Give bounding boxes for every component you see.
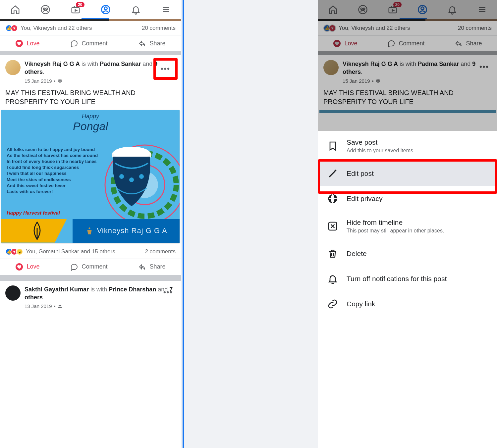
share-button[interactable]: Share (138, 39, 165, 47)
reaction-text-2: You, Gomathi Sankar and 15 others (26, 248, 115, 255)
action-bar-2: Love Comment Share (0, 259, 181, 275)
share-label: Share (149, 263, 165, 270)
is-with: is with (90, 286, 107, 293)
reaction-text: You, Vikneysh and 22 others (21, 25, 92, 31)
sheet-delete[interactable]: Delete (318, 241, 497, 266)
share-label: Share (149, 40, 165, 47)
author-name: Sakthi Gayathri Kumar (25, 286, 89, 293)
post-meta: 15 Jan 2019 • (25, 78, 176, 84)
comment-label: Comment (82, 263, 107, 270)
post-header-3: Sakthi Gayathri Kumar is with Prince Dha… (0, 281, 181, 312)
tab-friends[interactable] (40, 5, 50, 15)
svg-point-14 (119, 174, 124, 179)
bottom-sheet: Save postAdd this to your saved items. E… (318, 131, 497, 448)
sheet-hide-timeline[interactable]: Hide from timelineThis post may still ap… (318, 211, 497, 241)
comment-button[interactable]: Comment (70, 263, 107, 271)
reaction-icons: 👍 ♥ (5, 25, 18, 32)
meta-dot: • (54, 303, 56, 309)
pongal-main: Pongal (73, 120, 108, 132)
sheet-turn-off-notifications[interactable]: Turn off notifications for this post (318, 266, 497, 291)
bell-icon (327, 274, 338, 284)
tab-profile[interactable] (101, 5, 111, 15)
is-with: is with (82, 61, 98, 67)
post-menu-button[interactable]: ••• (153, 58, 178, 80)
sheet-item-title: Edit post (347, 170, 374, 177)
avatar[interactable] (5, 60, 21, 75)
top-tab-bar: 20 (0, 0, 181, 19)
pot-art (103, 143, 160, 210)
love-button[interactable]: Love (15, 263, 39, 271)
reaction-icons-2: 👍 ♥ 😮 (5, 248, 23, 255)
sheet-item-sub: Add this to your saved items. (347, 148, 414, 154)
comment-count-2[interactable]: 2 comments (145, 248, 176, 255)
comment-button[interactable]: Comment (70, 39, 107, 47)
love-button[interactable]: Love (15, 39, 39, 47)
phone-right: 20 👍♥ You, Vikneysh and 22 others 20 com… (318, 0, 497, 448)
svg-point-19 (60, 305, 61, 306)
sheet-copy-link[interactable]: Copy link (318, 291, 497, 317)
separator (0, 51, 181, 55)
share-button[interactable]: Share (138, 263, 165, 271)
and: and (142, 61, 152, 67)
pongal-wish: Happy Harvest festival (7, 210, 60, 216)
tagged-name: Prince Dharshan (109, 286, 156, 293)
pongal-footer: Vikneysh Raj G G A (1, 219, 180, 243)
sheet-edit-post[interactable]: Edit post (318, 161, 497, 186)
sheet-item-title: Save post (347, 138, 414, 146)
divider (183, 0, 184, 448)
svg-point-18 (59, 305, 60, 306)
meta-dot: • (54, 78, 56, 84)
pongal-happy: Happy (73, 113, 108, 120)
post-date: 13 Jan 2019 (25, 303, 52, 309)
sheet-item-title: Turn off notifications for this post (347, 275, 447, 283)
wow-icon: 😮 (16, 248, 23, 255)
tab-menu[interactable] (161, 5, 171, 15)
author-line[interactable]: Vikneysh Raj G G A is with Padma Sankar … (25, 60, 176, 76)
svg-point-0 (41, 5, 49, 14)
post-meta-3: 13 Jan 2019 • (25, 303, 176, 309)
svg-point-5 (104, 7, 107, 10)
sheet-edit-privacy[interactable]: Edit privacy (318, 186, 497, 211)
svg-point-15 (129, 177, 134, 182)
post-image[interactable]: Happy Pongal All folks seem to be happy … (0, 110, 181, 245)
pongal-card: Happy Pongal All folks seem to be happy … (1, 110, 180, 243)
svg-point-16 (139, 174, 144, 179)
love-label: Love (27, 40, 39, 47)
avatar[interactable] (5, 285, 21, 301)
tab-indicator (82, 18, 109, 19)
pongal-title: Happy Pongal (73, 113, 108, 133)
watch-badge: 20 (76, 2, 84, 7)
sheet-item-title: Copy link (347, 300, 375, 308)
sheet-item-title: Hide from timeline (347, 219, 444, 226)
signature-text: Vikneysh Raj G G A (97, 226, 167, 235)
friends-icon (58, 304, 62, 309)
svg-point-1 (43, 8, 45, 10)
emblem-icon (85, 226, 94, 235)
link-icon (327, 299, 338, 309)
love-icon: ♥ (11, 25, 18, 32)
comment-label: Comment (82, 40, 107, 47)
post-menu-button[interactable]: ••• (161, 287, 176, 298)
sheet-item-title: Delete (347, 250, 367, 258)
sheet-item-sub: This post may still appear in other plac… (347, 228, 444, 234)
reaction-summary[interactable]: 👍 ♥ You, Vikneysh and 22 others 20 comme… (0, 21, 181, 35)
comment-count[interactable]: 20 comments (142, 25, 176, 31)
svg-point-2 (46, 8, 47, 10)
pen-emblem (1, 219, 73, 243)
love-label: Love (27, 263, 39, 270)
tab-home[interactable] (10, 5, 20, 15)
post-header: Vikneysh Raj G G A is with Padma Sankar … (0, 55, 181, 86)
author-line-3[interactable]: Sakthi Gayathri Kumar is with Prince Dha… (25, 285, 176, 302)
post-body-text: MAY THIS FESTIVAL BRING WEALTH AND PROSP… (0, 86, 181, 110)
author-name: Vikneysh Raj G G A (25, 61, 80, 67)
sheet-save-post[interactable]: Save postAdd this to your saved items. (318, 131, 497, 161)
tab-watch[interactable]: 20 (71, 5, 81, 15)
globe-icon (58, 78, 62, 83)
reaction-summary-2[interactable]: 👍 ♥ 😮 You, Gomathi Sankar and 15 others … (0, 245, 181, 259)
globe-icon (327, 193, 338, 204)
phone-left: 20 👍 ♥ You, Vikneysh and 22 others 20 co… (0, 0, 181, 448)
sheet-item-title: Edit privacy (347, 195, 383, 203)
pongal-poem: All folks seem to be happy and joy bound… (7, 147, 98, 195)
tab-notifications[interactable] (131, 5, 141, 15)
pencil-icon (327, 168, 338, 179)
